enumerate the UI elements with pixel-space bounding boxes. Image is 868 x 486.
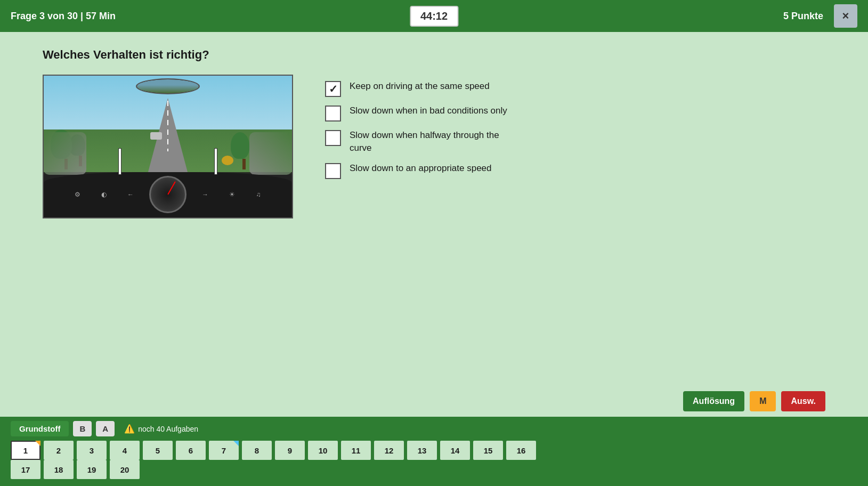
- answer-text-3: Slow down when halfway through the curve: [350, 129, 520, 155]
- bottom-bar: Grundstoff B A ⚠️ noch 40 Aufgaben 12345…: [0, 417, 868, 486]
- timer-display: 44:12: [410, 6, 458, 27]
- checkmark-1: ✓: [329, 83, 338, 95]
- question-title: Welches Verhalten ist richtig?: [43, 48, 825, 62]
- question-number-15[interactable]: 15: [473, 441, 503, 460]
- hay-bale: [222, 156, 233, 165]
- dash-icon-1: ⚙: [69, 191, 85, 198]
- question-number-16[interactable]: 16: [506, 441, 536, 460]
- question-number-17[interactable]: 17: [11, 460, 40, 479]
- question-number-5[interactable]: 5: [143, 441, 173, 460]
- m-button[interactable]: M: [750, 391, 776, 411]
- dash-icon-light: ☀: [224, 191, 240, 198]
- answer-option-1[interactable]: ✓ Keep on driving at the same speed: [325, 80, 825, 97]
- checkbox-1[interactable]: ✓: [325, 81, 341, 97]
- warning-icon: ⚠️: [124, 424, 135, 434]
- question-number-10[interactable]: 10: [308, 441, 338, 460]
- checkbox-3[interactable]: [325, 130, 341, 146]
- question-number-11[interactable]: 11: [341, 441, 371, 460]
- tab-a[interactable]: A: [96, 421, 115, 436]
- auflosung-button[interactable]: Auflösung: [683, 391, 744, 411]
- close-button[interactable]: ×: [834, 4, 857, 28]
- tab-grundstoff[interactable]: Grundstoff: [11, 421, 69, 436]
- answer-option-3[interactable]: Slow down when halfway through the curve: [325, 129, 825, 155]
- answer-option-4[interactable]: Slow down to an appropriate speed: [325, 162, 825, 179]
- road-post-left: [118, 148, 121, 175]
- answer-text-4: Slow down to an appropriate speed: [350, 162, 492, 175]
- distant-car: [150, 132, 162, 140]
- progress-label: Frage 3 von 30 | 57 Min: [11, 11, 116, 22]
- question-number-13[interactable]: 13: [407, 441, 437, 460]
- header-right: 5 Punkte ×: [783, 4, 857, 28]
- tab-b[interactable]: B: [73, 421, 92, 436]
- points-label: 5 Punkte: [783, 11, 823, 22]
- question-number-20[interactable]: 20: [110, 460, 140, 479]
- pending-label: noch 40 Aufgaben: [138, 425, 198, 433]
- answers-container: ✓ Keep on driving at the same speed Slow…: [325, 75, 825, 179]
- content-area: ⚙ ◐ ← → ☀ ♫ ✓: [43, 75, 825, 218]
- side-mirror-right: [249, 132, 292, 175]
- ausw-button[interactable]: Ausw.: [781, 391, 825, 411]
- header: Frage 3 von 30 | 57 Min 44:12 5 Punkte ×: [0, 0, 868, 32]
- question-numbers-row2: 17181920: [11, 460, 857, 479]
- question-number-4[interactable]: 4: [110, 441, 140, 460]
- rear-mirror: [136, 78, 200, 94]
- speedometer: [149, 176, 186, 213]
- question-number-18[interactable]: 18: [44, 460, 74, 479]
- dash-icon-fan: ♫: [250, 191, 266, 198]
- dashboard: ⚙ ◐ ← → ☀ ♫: [44, 172, 292, 217]
- checkbox-4[interactable]: [325, 163, 341, 179]
- action-area: Auflösung M Ausw.: [640, 386, 868, 411]
- road-svg: [115, 98, 221, 178]
- timer-container: 44:12: [410, 6, 458, 27]
- question-number-8[interactable]: 8: [242, 441, 272, 460]
- dash-icon-arrow-right: →: [197, 191, 213, 198]
- answer-text-1: Keep on driving at the same speed: [350, 80, 490, 93]
- question-number-6[interactable]: 6: [176, 441, 206, 460]
- main-content: Welches Verhalten ist richtig?: [0, 32, 868, 417]
- question-number-3[interactable]: 3: [77, 441, 107, 460]
- road-post-right: [214, 148, 217, 175]
- question-number-19[interactable]: 19: [77, 460, 107, 479]
- answer-text-2: Slow down when in bad conditions only: [350, 104, 507, 117]
- checkbox-2[interactable]: [325, 106, 341, 122]
- dash-icon-arrow-left: ←: [123, 191, 139, 198]
- question-number-7[interactable]: 7: [209, 441, 239, 460]
- driving-image: ⚙ ◐ ← → ☀ ♫: [43, 75, 293, 218]
- question-number-12[interactable]: 12: [374, 441, 404, 460]
- side-mirror-left: [44, 132, 86, 175]
- tab-row: Grundstoff B A ⚠️ noch 40 Aufgaben: [11, 421, 857, 436]
- question-number-9[interactable]: 9: [275, 441, 305, 460]
- question-number-14[interactable]: 14: [440, 441, 470, 460]
- question-number-2[interactable]: 2: [44, 441, 74, 460]
- tree-right-1: [238, 132, 249, 169]
- question-number-1[interactable]: 1: [11, 441, 40, 460]
- answer-option-2[interactable]: Slow down when in bad conditions only: [325, 104, 825, 122]
- question-numbers-row1: 12345678910111213141516: [11, 441, 857, 460]
- pending-notice: ⚠️ noch 40 Aufgaben: [124, 424, 198, 434]
- dash-icon-2: ◐: [96, 191, 112, 198]
